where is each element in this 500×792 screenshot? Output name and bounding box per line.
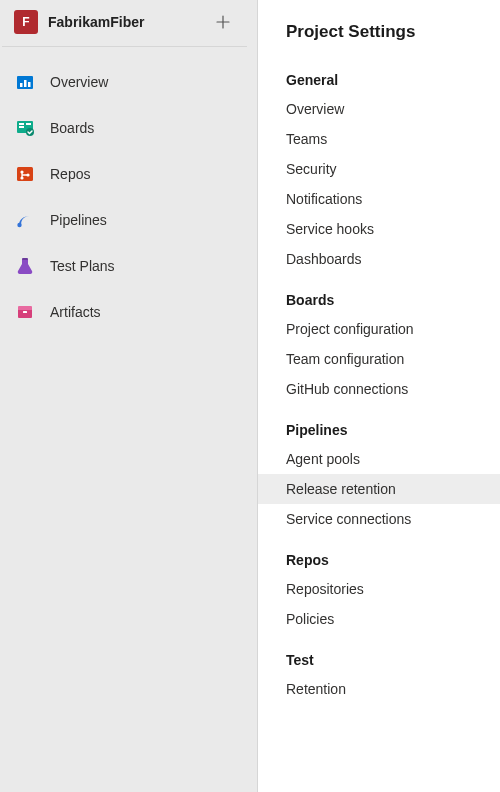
section-heading: Boards [258,280,500,314]
panel-title: Project Settings [258,22,500,60]
settings-item-release-retention[interactable]: Release retention [258,474,500,504]
svg-rect-16 [18,306,32,310]
sidebar-item-label: Artifacts [50,304,101,320]
sidebar: F FabrikamFiber Overview Boards Repos [0,0,258,792]
settings-item-policies[interactable]: Policies [258,604,500,634]
svg-rect-3 [28,82,31,87]
sidebar-item-label: Test Plans [50,258,115,274]
section-heading: General [258,60,500,94]
project-name[interactable]: FabrikamFiber [48,14,211,30]
artifacts-icon [14,301,36,323]
overview-icon [14,71,36,93]
svg-rect-17 [23,311,27,313]
test-plans-icon [14,255,36,277]
settings-item-team-configuration[interactable]: Team configuration [258,344,500,374]
section-heading: Repos [258,540,500,574]
settings-item-notifications[interactable]: Notifications [258,184,500,214]
nav-list: Overview Boards Repos Pipelines Test Pla… [0,55,257,339]
sidebar-item-overview[interactable]: Overview [0,59,257,105]
settings-item-agent-pools[interactable]: Agent pools [258,444,500,474]
boards-icon [14,117,36,139]
svg-point-13 [17,223,21,227]
sidebar-item-label: Boards [50,120,94,136]
settings-item-project-configuration[interactable]: Project configuration [258,314,500,344]
plus-icon [216,15,230,29]
add-button[interactable] [211,10,235,34]
sidebar-item-label: Overview [50,74,108,90]
settings-item-retention[interactable]: Retention [258,674,500,704]
sidebar-header: F FabrikamFiber [2,0,247,47]
settings-item-dashboards[interactable]: Dashboards [258,244,500,274]
svg-rect-9 [17,167,33,181]
svg-rect-2 [24,80,27,87]
sidebar-item-boards[interactable]: Boards [0,105,257,151]
settings-item-overview[interactable]: Overview [258,94,500,124]
sidebar-item-artifacts[interactable]: Artifacts [0,289,257,335]
repos-icon [14,163,36,185]
sidebar-item-repos[interactable]: Repos [0,151,257,197]
svg-rect-15 [18,309,32,318]
settings-item-github-connections[interactable]: GitHub connections [258,374,500,404]
settings-item-teams[interactable]: Teams [258,124,500,154]
project-avatar[interactable]: F [14,10,38,34]
svg-rect-7 [26,123,31,125]
sidebar-item-pipelines[interactable]: Pipelines [0,197,257,243]
pipelines-icon [14,209,36,231]
section-heading: Test [258,640,500,674]
settings-item-security[interactable]: Security [258,154,500,184]
section-heading: Pipelines [258,410,500,444]
svg-rect-1 [20,83,23,87]
sidebar-item-test-plans[interactable]: Test Plans [0,243,257,289]
settings-item-service-hooks[interactable]: Service hooks [258,214,500,244]
svg-rect-5 [19,123,24,125]
svg-rect-14 [22,258,28,260]
svg-rect-6 [19,126,24,128]
settings-item-repositories[interactable]: Repositories [258,574,500,604]
settings-panel: Project Settings GeneralOverviewTeamsSec… [258,0,500,792]
settings-item-service-connections[interactable]: Service connections [258,504,500,534]
sidebar-item-label: Pipelines [50,212,107,228]
sidebar-item-label: Repos [50,166,90,182]
